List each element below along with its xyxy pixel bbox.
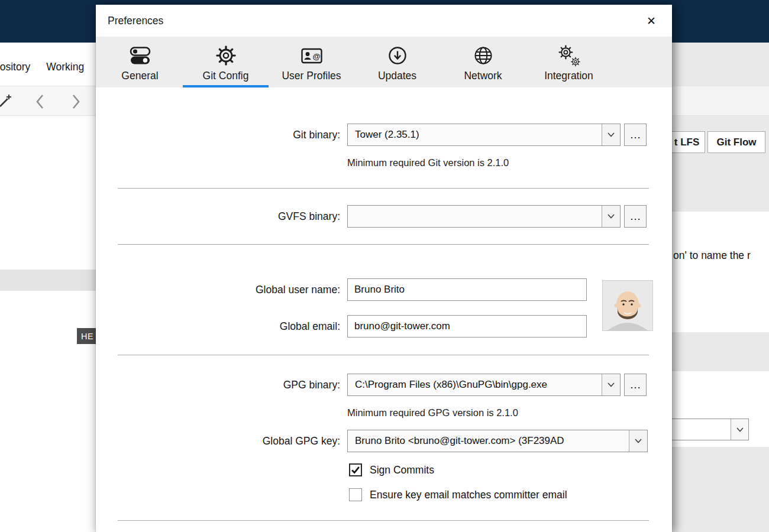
divider bbox=[118, 244, 649, 245]
tab-updates[interactable]: Updates bbox=[354, 37, 440, 87]
tab-integration[interactable]: Integration bbox=[526, 37, 612, 87]
tab-network[interactable]: Network bbox=[440, 37, 526, 87]
partial-tool-icon[interactable] bbox=[0, 92, 13, 110]
ensure-key-email-checkbox[interactable] bbox=[349, 488, 362, 501]
tab-user-profiles[interactable]: @ User Profiles bbox=[269, 37, 354, 87]
tab-label: General bbox=[121, 70, 158, 82]
global-user-name-row: Global user name: bbox=[96, 278, 672, 301]
git-flow-button[interactable]: Git Flow bbox=[707, 131, 765, 153]
gvfs-binary-value bbox=[348, 206, 602, 227]
global-gpg-key-label: Global GPG key: bbox=[96, 435, 347, 447]
preferences-dialog: Preferences ✕ General Git Config bbox=[96, 5, 672, 532]
sign-commits-label: Sign Commits bbox=[370, 464, 434, 476]
divider bbox=[118, 188, 649, 189]
git-binary-value: Tower (2.35.1) bbox=[348, 124, 602, 145]
tab-label: Network bbox=[464, 70, 502, 82]
chevron-down-icon bbox=[731, 419, 748, 440]
menubar: pository Working bbox=[0, 61, 84, 73]
background-list-row bbox=[0, 270, 96, 291]
ensure-key-email-label: Ensure key email matches committer email bbox=[370, 489, 567, 501]
ensure-key-email-row: Ensure key email matches committer email bbox=[349, 488, 567, 501]
forward-icon[interactable] bbox=[69, 92, 82, 111]
dialog-title: Preferences bbox=[108, 15, 163, 27]
menu-item-working-copy[interactable]: Working bbox=[46, 61, 84, 73]
background-right-panel: on' to name the r t LFS Git Flow bbox=[672, 43, 769, 532]
global-gpg-key-value: Bruno Brito <bruno@git-tower.com> (3F239… bbox=[348, 430, 629, 452]
gvfs-binary-dropdown[interactable] bbox=[347, 205, 621, 228]
divider bbox=[118, 355, 649, 355]
git-binary-row: Git binary: Tower (2.35.1) … bbox=[96, 124, 672, 146]
gvfs-binary-row: GVFS binary: … bbox=[96, 205, 672, 228]
global-email-row: Global email: bbox=[96, 315, 672, 338]
toolbar-right-segment bbox=[672, 86, 769, 116]
gvfs-binary-browse-button[interactable]: … bbox=[624, 205, 647, 228]
tab-label: Integration bbox=[544, 70, 593, 82]
avatar bbox=[602, 280, 653, 331]
chevron-down-icon bbox=[602, 124, 620, 145]
close-button[interactable]: ✕ bbox=[642, 12, 660, 30]
global-gpg-key-row: Global GPG key: Bruno Brito <bruno@git-t… bbox=[96, 430, 672, 452]
tab-label: Git Config bbox=[203, 70, 249, 82]
head-badge: HE bbox=[77, 328, 97, 344]
background-content-block bbox=[672, 212, 769, 332]
tab-label: User Profiles bbox=[282, 70, 341, 82]
download-circle-icon bbox=[386, 41, 409, 70]
gpg-binary-value: C:\Program Files (x86)\GnuPG\bin\gpg.exe bbox=[348, 374, 602, 395]
check-icon bbox=[350, 465, 361, 475]
git-config-panel: Git binary: Tower (2.35.1) … Minimum req… bbox=[96, 87, 672, 532]
gpg-binary-help-text: Minimum required GPG version is 2.1.0 bbox=[347, 407, 518, 419]
global-gpg-key-dropdown[interactable]: Bruno Brito <bruno@git-tower.com> (3F239… bbox=[347, 430, 648, 452]
chevron-down-icon bbox=[602, 206, 620, 227]
git-binary-dropdown[interactable]: Tower (2.35.1) bbox=[347, 124, 621, 146]
dialog-titlebar: Preferences ✕ bbox=[96, 5, 672, 37]
divider bbox=[118, 520, 649, 521]
gpg-binary-label: GPG binary: bbox=[96, 379, 347, 391]
svg-text:@: @ bbox=[312, 52, 320, 61]
gpg-binary-browse-button[interactable]: … bbox=[624, 374, 647, 396]
contact-card-icon: @ bbox=[300, 41, 324, 70]
gpg-binary-dropdown[interactable]: C:\Program Files (x86)\GnuPG\bin\gpg.exe bbox=[347, 374, 621, 396]
preferences-tabbar: General Git Config @ User Profiles bbox=[96, 37, 672, 87]
toolbar bbox=[0, 86, 96, 116]
gvfs-binary-label: GVFS binary: bbox=[96, 210, 347, 223]
sign-commits-checkbox[interactable] bbox=[349, 463, 362, 476]
global-email-input[interactable] bbox=[347, 315, 587, 338]
chevron-down-icon bbox=[602, 374, 620, 395]
background-partial-text: on' to name the r bbox=[673, 249, 751, 262]
global-user-name-label: Global user name: bbox=[96, 284, 347, 296]
git-binary-label: Git binary: bbox=[96, 129, 347, 141]
git-binary-help-text: Minimum required Git version is 2.1.0 bbox=[347, 157, 509, 168]
gear-icon bbox=[214, 41, 238, 70]
back-icon[interactable] bbox=[34, 92, 47, 111]
toggles-icon bbox=[128, 41, 152, 70]
global-user-name-input[interactable] bbox=[347, 278, 587, 301]
background-dropdown[interactable] bbox=[672, 419, 749, 440]
globe-icon bbox=[471, 41, 495, 70]
global-email-label: Global email: bbox=[96, 320, 347, 333]
tab-general[interactable]: General bbox=[97, 37, 183, 87]
gpg-binary-row: GPG binary: C:\Program Files (x86)\GnuPG… bbox=[96, 374, 672, 396]
git-lfs-button[interactable]: t LFS bbox=[672, 131, 705, 153]
tab-label: Updates bbox=[378, 70, 416, 82]
menu-item-repository[interactable]: pository bbox=[0, 61, 30, 73]
chevron-down-icon bbox=[629, 430, 647, 452]
git-binary-browse-button[interactable]: … bbox=[624, 124, 647, 146]
gears-icon bbox=[557, 41, 581, 70]
sign-commits-row: Sign Commits bbox=[349, 463, 434, 476]
tab-git-config[interactable]: Git Config bbox=[183, 37, 269, 87]
